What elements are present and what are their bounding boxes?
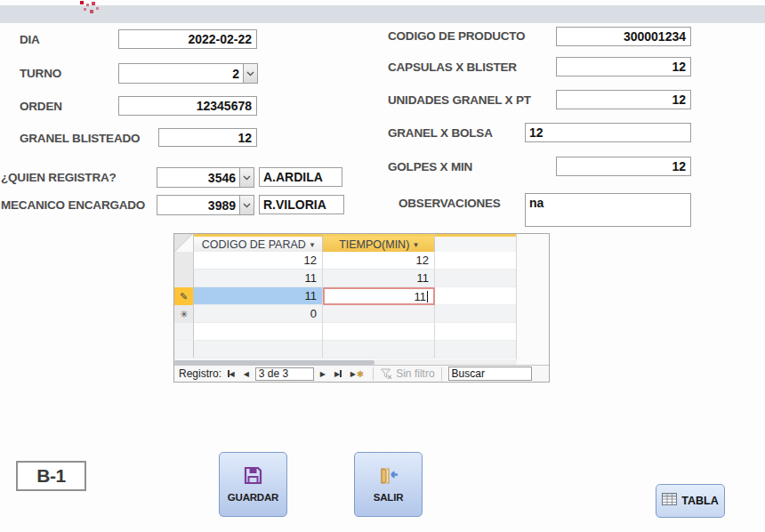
cell-tiempo[interactable]: 12 xyxy=(323,252,435,270)
quien-registra-name-field[interactable]: A.ARDILA xyxy=(259,167,342,187)
first-record-icon[interactable]: ◀ xyxy=(225,367,238,381)
mecanico-encargado-name-field[interactable]: R.VILORIA xyxy=(259,195,344,214)
mecanico-encargado-code[interactable]: 3989 xyxy=(157,195,239,215)
golpes-min-field[interactable]: 12 xyxy=(556,157,691,176)
window-top-band xyxy=(0,5,765,23)
unidades-granel-label: UNIDADES GRANEL X PT xyxy=(388,93,531,107)
guardar-button[interactable]: GUARDAR xyxy=(219,452,287,517)
save-icon xyxy=(244,466,262,488)
observaciones-field[interactable]: na xyxy=(525,193,691,227)
table-row-empty xyxy=(174,323,517,341)
granel-blisteado-label: GRANEL BLISTEADO xyxy=(20,132,140,145)
row-selector[interactable] xyxy=(174,270,194,287)
select-all-icon[interactable] xyxy=(174,234,194,252)
granel-blisteado-field[interactable]: 12 xyxy=(158,128,257,147)
exit-door-icon xyxy=(378,467,399,488)
table-row[interactable]: 11 11 xyxy=(174,270,517,287)
salir-button[interactable]: SALIR xyxy=(354,452,423,517)
datasheet-header-row: CODIGO DE PARAD▾ TIEMPO(MIN)▾ xyxy=(174,234,517,252)
codigo-producto-label: CODIGO DE PRODUCTO xyxy=(388,29,525,43)
golpes-min-label: GOLPES X MIN xyxy=(388,160,472,173)
search-input[interactable] xyxy=(448,367,532,381)
record-navigator: Registro: ◀ ◀ 3 de 3 ▶ ▶ ▶✱ Sin filtro xyxy=(174,365,549,382)
cell-codigo[interactable]: 0 xyxy=(194,305,323,323)
machine-badge: B-1 xyxy=(16,461,86,491)
chevron-down-icon[interactable] xyxy=(239,195,254,215)
capsulas-blister-field[interactable]: 12 xyxy=(556,57,691,77)
access-form-window: DIA 2022-02-22 TURNO 2 ORDEN 12345678 GR… xyxy=(0,0,765,532)
orden-field[interactable]: 12345678 xyxy=(118,96,257,116)
pencil-icon[interactable]: ✎ xyxy=(174,287,194,305)
record-label: Registro: xyxy=(179,367,221,380)
quien-registra-code[interactable]: 3546 xyxy=(157,167,239,188)
mecanico-encargado-combo[interactable]: 3989 xyxy=(157,195,254,215)
column-header-tiempo-min[interactable]: TIEMPO(MIN)▾ xyxy=(323,234,435,252)
cell-tiempo[interactable] xyxy=(323,305,435,323)
cell-tiempo-current[interactable]: 11 xyxy=(323,287,435,305)
new-record-icon[interactable]: ▶✱ xyxy=(348,367,367,381)
next-record-icon[interactable]: ▶ xyxy=(318,367,328,381)
cell-codigo[interactable]: 11 xyxy=(194,287,323,305)
table-row[interactable]: 12 12 xyxy=(174,252,517,270)
capsulas-blister-label: CAPSULAS X BLISTER xyxy=(388,60,517,74)
turno-combo[interactable]: 2 xyxy=(118,63,258,84)
granel-bolsa-label: GRANEL X BOLSA xyxy=(388,126,493,140)
chevron-down-icon[interactable] xyxy=(243,63,258,84)
table-row-new[interactable]: ✳ 0 xyxy=(174,305,517,323)
codigo-producto-field[interactable]: 300001234 xyxy=(556,27,691,46)
table-row-empty xyxy=(174,341,517,359)
vertical-scrollbar[interactable] xyxy=(516,234,549,365)
cell-codigo[interactable]: 12 xyxy=(194,252,323,270)
unidades-granel-field[interactable]: 12 xyxy=(556,90,691,109)
granel-bolsa-field[interactable]: 12 xyxy=(525,123,691,142)
dia-field[interactable]: 2022-02-22 xyxy=(118,29,257,49)
cell-codigo[interactable]: 11 xyxy=(194,270,323,287)
column-header-codigo-parada[interactable]: CODIGO DE PARAD▾ xyxy=(194,234,323,252)
chevron-down-icon[interactable] xyxy=(239,167,254,188)
prev-record-icon[interactable]: ◀ xyxy=(241,367,252,381)
mecanico-encargado-label: MECANICO ENCARGADO xyxy=(1,198,145,212)
filter-icon[interactable] xyxy=(380,368,392,379)
table-icon xyxy=(662,493,677,509)
cell-tiempo[interactable]: 11 xyxy=(323,270,435,287)
paradas-datasheet: CODIGO DE PARAD▾ TIEMPO(MIN)▾ 12 12 11 1… xyxy=(173,233,550,383)
record-position[interactable]: 3 de 3 xyxy=(255,367,314,381)
turno-value[interactable]: 2 xyxy=(118,63,243,84)
tabla-button[interactable]: TABLA xyxy=(656,484,725,518)
dropdown-arrow-icon[interactable]: ▾ xyxy=(310,240,315,249)
orden-label: ORDEN xyxy=(20,100,62,113)
text-cursor xyxy=(427,291,428,302)
quien-registra-combo[interactable]: 3546 xyxy=(157,167,254,188)
row-selector[interactable] xyxy=(174,252,194,270)
last-record-icon[interactable]: ▶ xyxy=(332,367,344,381)
filter-status: Sin filtro xyxy=(396,367,434,380)
dia-label: DIA xyxy=(20,33,40,46)
dropdown-arrow-icon[interactable]: ▾ xyxy=(414,240,418,249)
turno-label: TURNO xyxy=(20,67,61,80)
observaciones-label: OBSERVACIONES xyxy=(399,197,501,210)
quien-registra-label: ¿QUIEN REGISTRA? xyxy=(1,171,117,184)
table-row-selected[interactable]: ✎ 11 11 xyxy=(174,287,517,305)
asterisk-icon[interactable]: ✳ xyxy=(174,305,194,323)
